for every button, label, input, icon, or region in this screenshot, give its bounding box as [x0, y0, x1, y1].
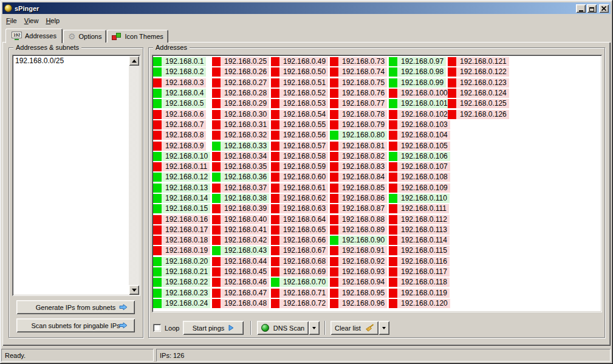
ip-item[interactable]: 192.168.0.68 [271, 256, 330, 267]
ip-item[interactable]: 192.168.0.65 [271, 225, 330, 235]
ip-item[interactable]: 192.168.0.10 [153, 151, 212, 162]
scrollbar-down-button[interactable] [129, 285, 139, 295]
ip-item[interactable]: 192.168.0.126 [448, 109, 507, 119]
ip-item[interactable]: 192.168.0.90 [330, 235, 389, 246]
ip-item[interactable]: 192.168.0.116 [389, 256, 448, 267]
ip-item[interactable]: 192.168.0.46 [212, 277, 271, 287]
ip-item[interactable]: 192.168.0.111 [389, 204, 448, 214]
subnet-scrollbar[interactable] [129, 56, 139, 295]
ip-item[interactable]: 192.168.0.19 [153, 246, 212, 256]
ip-item[interactable]: 192.168.0.6 [153, 109, 212, 119]
ip-item[interactable]: 192.168.0.101 [389, 98, 448, 109]
ip-item[interactable]: 192.168.0.100 [389, 88, 448, 98]
ip-list-panel[interactable]: 192.168.0.1192.168.0.2192.168.0.3192.168… [152, 55, 602, 312]
ip-item[interactable]: 192.168.0.40 [212, 214, 271, 224]
ip-item[interactable]: 192.168.0.43 [212, 246, 271, 256]
ip-item[interactable]: 192.168.0.61 [271, 183, 330, 193]
menu-file[interactable]: File [2, 16, 21, 26]
ip-item[interactable]: 192.168.0.23 [153, 288, 212, 298]
ip-item[interactable]: 192.168.0.20 [153, 256, 212, 267]
ip-item[interactable]: 192.168.0.26 [212, 67, 271, 77]
ip-item[interactable]: 192.168.0.33 [212, 140, 271, 151]
ip-item[interactable]: 192.168.0.99 [389, 78, 448, 88]
ip-item[interactable]: 192.168.0.35 [212, 162, 271, 172]
tab-addresses[interactable]: 192 Addresses [5, 29, 63, 43]
ip-item[interactable]: 192.168.0.51 [271, 78, 330, 88]
ip-item[interactable]: 192.168.0.124 [448, 88, 507, 98]
ip-item[interactable]: 192.168.0.58 [271, 151, 330, 162]
ip-item[interactable]: 192.168.0.4 [153, 88, 212, 98]
ip-item[interactable]: 192.168.0.12 [153, 172, 212, 182]
ip-item[interactable]: 192.168.0.44 [212, 256, 271, 267]
loop-checkbox[interactable] [153, 324, 161, 332]
ip-item[interactable]: 192.168.0.57 [271, 140, 330, 151]
ip-item[interactable]: 192.168.0.107 [389, 162, 448, 172]
title-bar[interactable]: sPinger [2, 2, 611, 14]
tab-options[interactable]: ⚙ Options [63, 30, 106, 43]
ip-item[interactable]: 192.168.0.110 [389, 193, 448, 204]
ip-item[interactable]: 192.168.0.32 [212, 130, 271, 140]
ip-item[interactable]: 192.168.0.78 [330, 109, 389, 119]
ip-item[interactable]: 192.168.0.67 [271, 246, 330, 256]
ip-item[interactable]: 192.168.0.91 [330, 246, 389, 256]
ip-item[interactable]: 192.168.0.60 [271, 172, 330, 182]
ip-item[interactable]: 192.168.0.108 [389, 172, 448, 182]
ip-item[interactable]: 192.168.0.42 [212, 235, 271, 246]
ip-item[interactable]: 192.168.0.79 [330, 120, 389, 130]
ip-item[interactable]: 192.168.0.36 [212, 172, 271, 182]
ip-item[interactable]: 192.168.0.92 [330, 256, 389, 267]
ip-item[interactable]: 192.168.0.38 [212, 193, 271, 204]
ip-item[interactable]: 192.168.0.47 [212, 288, 271, 298]
ip-item[interactable]: 192.168.0.105 [389, 140, 448, 151]
ip-item[interactable]: 192.168.0.71 [271, 288, 330, 298]
ip-item[interactable]: 192.168.0.31 [212, 120, 271, 130]
ip-item[interactable]: 192.168.0.76 [330, 88, 389, 98]
ip-item[interactable]: 192.168.0.69 [271, 267, 330, 277]
ip-item[interactable]: 192.168.0.74 [330, 67, 389, 77]
ip-item[interactable]: 192.168.0.24 [153, 298, 212, 309]
ip-item[interactable]: 192.168.0.5 [153, 98, 212, 109]
ip-item[interactable]: 192.168.0.11 [153, 162, 212, 172]
ip-item[interactable]: 192.168.0.30 [212, 109, 271, 119]
ip-item[interactable]: 192.168.0.34 [212, 151, 271, 162]
ip-item[interactable]: 192.168.0.25 [212, 57, 271, 67]
ip-item[interactable]: 192.168.0.77 [330, 98, 389, 109]
ip-item[interactable]: 192.168.0.59 [271, 162, 330, 172]
ip-item[interactable]: 192.168.0.45 [212, 267, 271, 277]
ip-item[interactable]: 192.168.0.106 [389, 151, 448, 162]
ip-item[interactable]: 192.168.0.62 [271, 193, 330, 204]
ip-item[interactable]: 192.168.0.54 [271, 109, 330, 119]
ip-item[interactable]: 192.168.0.119 [389, 288, 448, 298]
ip-item[interactable]: 192.168.0.66 [271, 235, 330, 246]
ip-item[interactable]: 192.168.0.53 [271, 98, 330, 109]
ip-item[interactable]: 192.168.0.52 [271, 88, 330, 98]
ip-item[interactable]: 192.168.0.50 [271, 67, 330, 77]
maximize-button[interactable] [587, 4, 597, 13]
ip-item[interactable]: 192.168.0.87 [330, 204, 389, 214]
ip-item[interactable]: 192.168.0.63 [271, 204, 330, 214]
ip-item[interactable]: 192.168.0.109 [389, 183, 448, 193]
ip-item[interactable]: 192.168.0.80 [330, 130, 389, 140]
ip-item[interactable]: 192.168.0.49 [271, 57, 330, 67]
close-button[interactable] [599, 4, 609, 13]
ip-item[interactable]: 192.168.0.104 [389, 130, 448, 140]
tab-icon-themes[interactable]: Icon Themes [107, 30, 168, 43]
ip-item[interactable]: 192.168.0.86 [330, 193, 389, 204]
scrollbar-up-button[interactable] [129, 56, 139, 66]
ip-item[interactable]: 192.168.0.94 [330, 277, 389, 287]
generate-ips-button[interactable]: Generate IPs from subnets [16, 300, 135, 314]
ip-item[interactable]: 192.168.0.55 [271, 120, 330, 130]
ip-item[interactable]: 192.168.0.125 [448, 98, 507, 109]
start-pings-button[interactable]: Start pings [183, 321, 244, 335]
ip-item[interactable]: 192.168.0.7 [153, 120, 212, 130]
ip-item[interactable]: 192.168.0.3 [153, 78, 212, 88]
ip-item[interactable]: 192.168.0.56 [271, 130, 330, 140]
ip-item[interactable]: 192.168.0.39 [212, 204, 271, 214]
ip-item[interactable]: 192.168.0.41 [212, 225, 271, 235]
ip-item[interactable]: 192.168.0.73 [330, 57, 389, 67]
ip-item[interactable]: 192.168.0.96 [330, 298, 389, 309]
ip-item[interactable]: 192.168.0.29 [212, 98, 271, 109]
ip-item[interactable]: 192.168.0.70 [271, 277, 330, 287]
ip-item[interactable]: 192.168.0.113 [389, 225, 448, 235]
ip-item[interactable]: 192.168.0.8 [153, 130, 212, 140]
